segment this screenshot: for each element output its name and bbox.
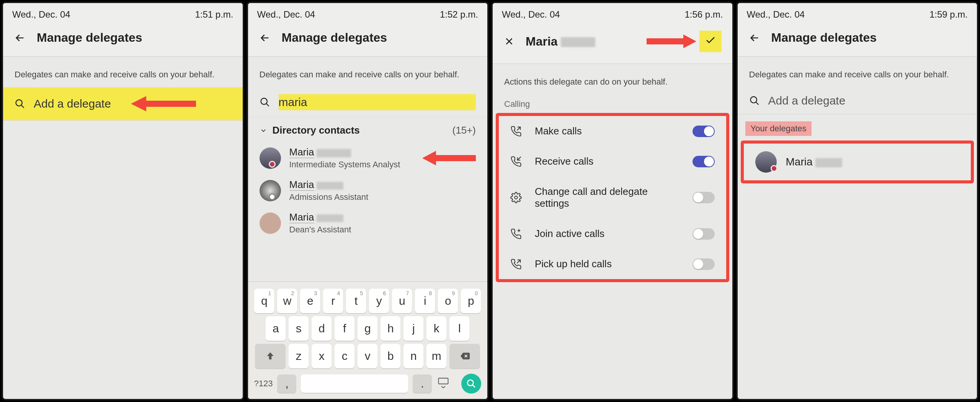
onscreen-keyboard[interactable]: 1q 2w 3e 4r 5t 6y 7u 8i 9o 0p a s d f g … [248, 281, 488, 399]
call-in-icon [510, 156, 522, 167]
redacted [317, 149, 351, 157]
status-bar: Wed., Dec. 04 1:51 p.m. [3, 3, 243, 24]
contact-role: Admissions Assistant [289, 192, 369, 202]
key-a[interactable]: a [266, 316, 286, 341]
contact-role: Intermediate Systems Analyst [289, 160, 400, 170]
annotation-box: Maria [741, 141, 974, 183]
key-s[interactable]: s [289, 316, 309, 341]
search-icon [260, 97, 270, 108]
redacted [317, 214, 343, 222]
page-subtitle: Delegates can make and receive calls on … [3, 57, 243, 87]
call-add-icon [510, 228, 522, 240]
svg-rect-4 [439, 378, 448, 384]
key-o[interactable]: 9o [438, 289, 458, 313]
perm-change-settings: Change call and delegate settings [499, 176, 726, 219]
status-date: Wed., Dec. 04 [12, 9, 70, 20]
key-i[interactable]: 8i [415, 289, 435, 313]
key-n[interactable]: n [403, 344, 423, 368]
svg-marker-1 [131, 96, 196, 111]
your-delegates-label: Your delegates [745, 121, 812, 136]
toggle-pickup-held[interactable] [693, 258, 715, 270]
svg-marker-3 [422, 151, 476, 165]
key-p[interactable]: 0p [461, 289, 481, 313]
redacted [561, 37, 595, 47]
call-out-icon [510, 126, 522, 137]
key-symbols[interactable]: ?123 [254, 379, 273, 389]
page-title: Manage delegates [771, 31, 877, 45]
key-t[interactable]: 5t [346, 289, 366, 313]
key-row-bottom: ?123 , . [250, 371, 485, 394]
key-q[interactable]: 1q [254, 289, 274, 313]
section-calling-label: Calling [493, 95, 732, 113]
status-date: Wed., Dec. 04 [502, 9, 560, 20]
status-time: 1:52 p.m. [440, 9, 478, 20]
status-date: Wed., Dec. 04 [747, 9, 805, 20]
close-icon[interactable] [503, 36, 515, 47]
key-m[interactable]: m [426, 344, 446, 368]
your-delegates-section: Your delegates [738, 114, 977, 138]
key-v[interactable]: v [358, 344, 377, 368]
search-highlight [279, 94, 476, 110]
perm-label: Receive calls [535, 155, 679, 167]
perm-pickup-held: Pick up held calls [499, 249, 726, 279]
back-icon[interactable] [748, 32, 761, 44]
page-header: Manage delegates [738, 24, 977, 57]
key-u[interactable]: 7u [392, 289, 412, 313]
key-g[interactable]: g [358, 316, 377, 341]
toggle-make-calls[interactable] [693, 126, 715, 137]
key-w[interactable]: 2w [277, 289, 297, 313]
svg-marker-6 [647, 34, 696, 48]
status-time: 1:59 p.m. [929, 9, 968, 20]
presence-busy-icon [771, 165, 777, 172]
status-time: 1:51 p.m. [195, 9, 233, 20]
key-b[interactable]: b [381, 344, 400, 368]
contact-text: Maria Dean's Assistant [289, 211, 351, 235]
key-d[interactable]: d [312, 316, 332, 341]
search-input[interactable] [279, 96, 476, 109]
contact-row[interactable]: Maria Dean's Assistant [248, 207, 488, 239]
delegate-row[interactable]: Maria [744, 144, 971, 180]
key-h[interactable]: h [381, 316, 400, 341]
annotation-box: Make calls Receive calls Change call and… [496, 113, 729, 282]
key-r[interactable]: 4r [323, 289, 343, 313]
keyboard-collapse-icon[interactable] [436, 377, 450, 391]
directory-contacts-header[interactable]: Directory contacts (15+) [248, 117, 488, 142]
key-c[interactable]: c [335, 344, 354, 368]
screen-2-search: Wed., Dec. 04 1:52 p.m. Manage delegates… [247, 2, 489, 400]
search-submit-button[interactable] [461, 374, 481, 394]
toggle-change-settings[interactable] [693, 192, 715, 203]
add-delegate-row[interactable]: Add a delegate [3, 87, 243, 120]
add-delegate-search[interactable] [248, 87, 488, 117]
contact-name: Maria [289, 211, 314, 223]
key-k[interactable]: k [426, 316, 446, 341]
back-icon[interactable] [14, 32, 26, 44]
key-l[interactable]: l [449, 316, 469, 341]
page-header: Manage delegates [3, 24, 243, 57]
key-shift[interactable] [255, 344, 286, 368]
key-j[interactable]: j [403, 316, 423, 341]
gear-icon [510, 192, 522, 203]
key-period[interactable]: . [413, 374, 432, 393]
toggle-join-calls[interactable] [693, 228, 715, 240]
status-bar: Wed., Dec. 04 1:52 p.m. [248, 3, 488, 24]
key-space[interactable] [301, 374, 408, 393]
key-x[interactable]: x [312, 344, 332, 368]
perm-make-calls: Make calls [499, 116, 726, 146]
chevron-down-icon [260, 127, 267, 134]
contact-name: Maria [289, 146, 314, 158]
key-y[interactable]: 6y [369, 289, 389, 313]
add-delegate-row[interactable]: Add a delegate [738, 87, 977, 114]
toggle-receive-calls[interactable] [693, 156, 715, 167]
confirm-button[interactable] [699, 31, 722, 52]
contact-row[interactable]: Maria Intermediate Systems Analyst [248, 142, 488, 174]
key-z[interactable]: z [289, 344, 309, 368]
key-comma[interactable]: , [277, 374, 296, 393]
key-backspace[interactable] [449, 344, 480, 368]
search-icon [749, 95, 760, 106]
contact-row[interactable]: Maria Admissions Assistant [248, 174, 488, 207]
status-bar: Wed., Dec. 04 1:56 p.m. [493, 3, 732, 24]
back-icon[interactable] [259, 32, 271, 44]
key-f[interactable]: f [335, 316, 354, 341]
contact-role: Dean's Assistant [289, 225, 351, 235]
key-e[interactable]: 3e [300, 289, 320, 313]
